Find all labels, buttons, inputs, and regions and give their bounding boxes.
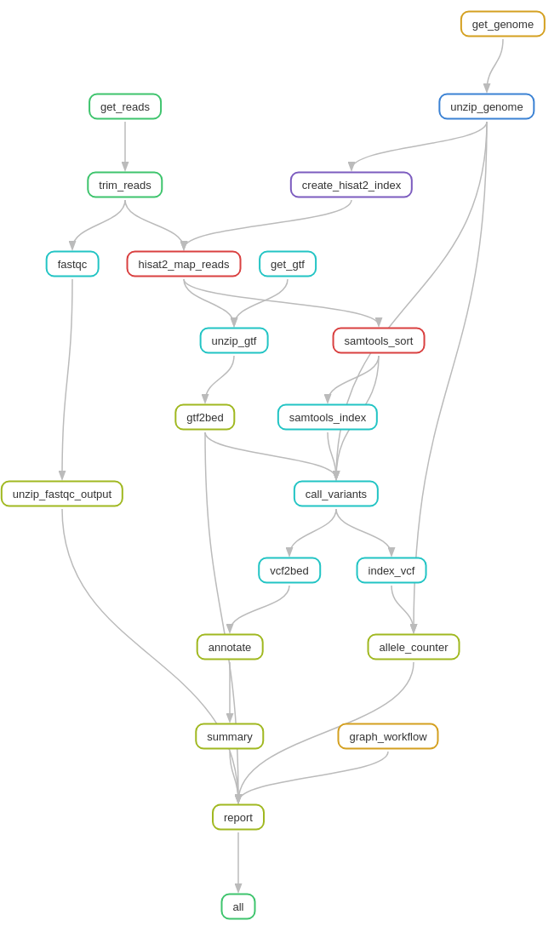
node-index_vcf: index_vcf — [357, 557, 427, 584]
node-samtools_index: samtools_index — [277, 404, 378, 431]
node-unzip_genome: unzip_genome — [438, 94, 534, 120]
edge-gtf2bed-call_variants — [205, 432, 336, 478]
edge-hisat2_map_reads-unzip_gtf — [184, 279, 234, 325]
node-get_genome: get_genome — [460, 11, 546, 37]
edge-unzip_genome-allele_counter — [414, 122, 487, 632]
node-vcf2bed: vcf2bed — [258, 557, 321, 584]
node-fastqc: fastqc — [46, 251, 100, 277]
edge-call_variants-index_vcf — [336, 509, 391, 555]
edge-call_variants-vcf2bed — [289, 509, 336, 555]
edge-samtools_index-call_variants — [328, 432, 336, 478]
edge-summary-report — [230, 752, 238, 802]
edge-unzip_gtf-gtf2bed — [205, 356, 234, 402]
node-create_hisat2_index: create_hisat2_index — [290, 172, 413, 198]
node-summary: summary — [195, 723, 264, 750]
edge-vcf2bed-annotate — [230, 586, 289, 632]
node-gtf2bed: gtf2bed — [174, 404, 235, 431]
edge-hisat2_map_reads-samtools_sort — [184, 279, 379, 325]
edge-create_hisat2_index-hisat2_map_reads — [184, 200, 351, 249]
node-unzip_gtf: unzip_gtf — [200, 328, 269, 354]
edge-index_vcf-allele_counter — [391, 586, 414, 632]
node-graph_workflow: graph_workflow — [337, 723, 438, 750]
edge-fastqc-unzip_fastqc_output — [62, 279, 72, 478]
node-get_gtf: get_gtf — [259, 251, 317, 277]
node-samtools_sort: samtools_sort — [333, 328, 426, 354]
edge-trim_reads-hisat2_map_reads — [125, 200, 184, 249]
node-annotate: annotate — [197, 634, 264, 660]
node-hisat2_map_reads: hisat2_map_reads — [127, 251, 242, 277]
node-unzip_fastqc_output: unzip_fastqc_output — [1, 481, 123, 507]
edge-trim_reads-fastqc — [72, 200, 125, 249]
workflow-graph: get_genomeunzip_genomeget_readscreate_hi… — [0, 0, 560, 949]
edge-get_genome-unzip_genome — [487, 39, 503, 91]
arrows-svg — [0, 0, 560, 949]
edge-samtools_sort-samtools_index — [328, 356, 379, 402]
node-report: report — [212, 804, 265, 831]
node-trim_reads: trim_reads — [87, 172, 163, 198]
edge-unzip_genome-create_hisat2_index — [351, 122, 487, 169]
node-get_reads: get_reads — [89, 94, 162, 120]
node-all: all — [220, 894, 255, 920]
edge-get_gtf-unzip_gtf — [234, 279, 288, 325]
edge-graph_workflow-report — [238, 752, 388, 802]
node-call_variants: call_variants — [294, 481, 379, 507]
node-allele_counter: allele_counter — [368, 634, 460, 660]
